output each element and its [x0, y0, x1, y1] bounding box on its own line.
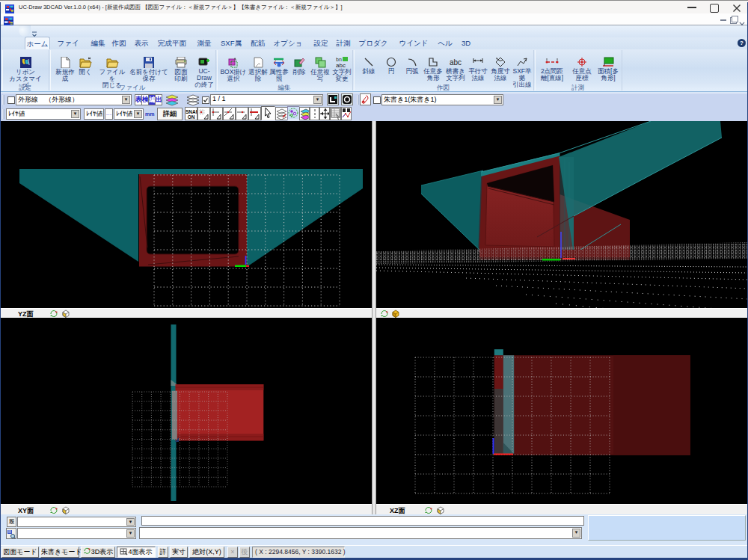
svg-text:abc: abc — [450, 58, 462, 67]
svg-text:abc: abc — [336, 62, 346, 68]
svg-text:bn: bn — [336, 57, 342, 62]
